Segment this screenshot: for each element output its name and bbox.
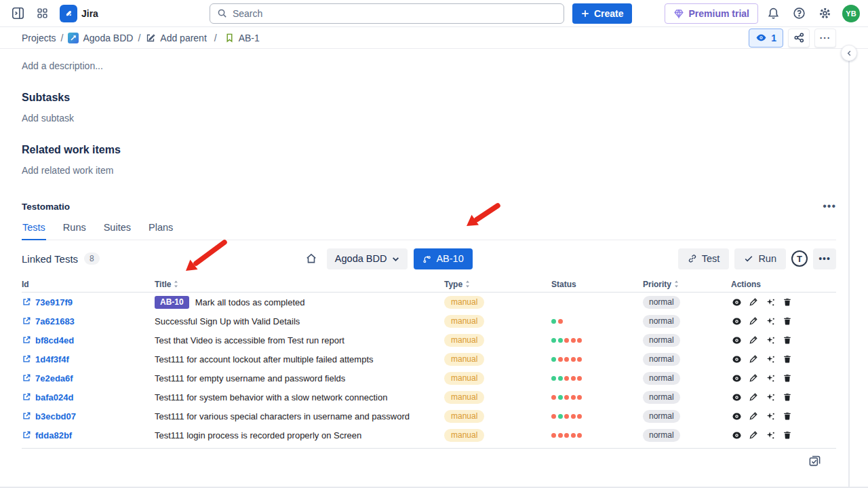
search-box[interactable] [210,3,564,24]
edit-pencil-icon[interactable] [748,354,759,364]
table-row: 73e917f9 AB-10 Mark all todos as complet… [22,293,836,312]
test-id-link[interactable]: 7a621683 [35,316,75,326]
settings-gear-icon[interactable] [814,3,835,24]
delete-trash-icon[interactable] [782,411,793,421]
watchers-button[interactable]: 1 [749,29,783,48]
delete-trash-icon[interactable] [782,354,793,364]
notifications-bell-icon[interactable] [762,3,784,24]
ai-sparkles-icon[interactable] [765,411,776,421]
status-dot-failed [577,338,582,343]
tab-tests[interactable]: Tests [22,222,46,240]
view-eye-icon[interactable] [731,430,742,440]
test-id-link[interactable]: 7e2eda6f [35,373,73,383]
view-eye-icon[interactable] [731,411,742,421]
delete-trash-icon[interactable] [782,335,793,345]
ai-sparkles-icon[interactable] [765,297,776,307]
delete-trash-icon[interactable] [782,316,793,326]
eye-watch-icon [755,32,767,43]
edit-pencil-icon[interactable] [748,392,759,402]
ai-sparkles-icon[interactable] [765,335,776,345]
edit-pencil-icon[interactable] [748,430,759,440]
ai-sparkles-icon[interactable] [765,316,776,326]
subtasks-heading: Subtasks [22,92,836,104]
add-related-item-link[interactable]: Add related work item [22,165,836,176]
delete-trash-icon[interactable] [782,373,793,383]
home-icon[interactable] [305,252,317,265]
multi-select-icon[interactable] [808,454,821,469]
test-id-link[interactable]: b3ecbd07 [35,411,76,421]
type-badge: manual [444,296,484,309]
add-parent-link[interactable]: Add parent [145,33,207,43]
create-button[interactable]: Create [572,3,632,24]
edit-pencil-icon [145,33,156,43]
column-header-type[interactable]: Type [444,280,551,289]
sidebar-toggle-icon[interactable] [7,3,28,24]
share-icon[interactable] [788,29,810,48]
test-id-link[interactable]: bf8cd4ed [35,335,74,345]
sort-icon [173,280,179,288]
issue-key-badge: AB-10 [155,296,189,309]
edit-pencil-icon[interactable] [748,373,759,383]
test-id-link[interactable]: bafa024d [35,392,73,402]
tab-suites[interactable]: Suites [103,222,132,240]
external-link-icon [22,373,31,383]
ai-sparkles-icon[interactable] [765,392,776,402]
test-id-link[interactable]: 73e917f9 [35,297,73,307]
more-actions-icon[interactable]: ··· [814,29,836,48]
delete-trash-icon[interactable] [782,430,793,440]
testomatio-more-icon[interactable]: ••• [823,200,836,212]
gem-icon [673,8,684,19]
edit-pencil-icon[interactable] [748,297,759,307]
priority-badge: normal [643,334,680,347]
tab-plans[interactable]: Plans [148,222,174,240]
user-avatar[interactable]: YB [842,5,860,22]
edit-pencil-icon[interactable] [748,411,759,421]
delete-trash-icon[interactable] [782,297,793,307]
link-test-button[interactable]: Test [678,248,730,269]
breadcrumb-issue-key[interactable]: AB-1 [224,33,260,43]
project-selector-dropdown[interactable]: Agoda BDD [327,248,408,269]
breadcrumb-project[interactable]: Agoda BDD [68,33,133,43]
breadcrumb-projects[interactable]: Projects [22,33,56,43]
premium-trial-button[interactable]: Premium trial [665,3,758,24]
edit-pencil-icon[interactable] [748,335,759,345]
collapse-panel-chevron-icon[interactable] [841,45,857,61]
column-header-title[interactable]: Title [155,280,444,289]
test-title: Test111 for various special characters i… [155,411,410,421]
testomatio-logo-icon[interactable]: T [791,250,808,267]
test-id-link[interactable]: fdda82bf [35,430,72,440]
view-eye-icon[interactable] [731,316,742,326]
search-input[interactable] [233,8,557,19]
view-eye-icon[interactable] [731,297,742,307]
type-badge: manual [444,372,484,385]
status-dot-failed [577,414,582,419]
priority-badge: normal [643,296,680,309]
add-subtask-link[interactable]: Add subtask [22,113,836,124]
view-eye-icon[interactable] [731,373,742,383]
column-header-priority[interactable]: Priority [643,280,731,289]
view-eye-icon[interactable] [731,335,742,345]
app-switcher-icon[interactable] [31,3,53,24]
jira-logo-icon[interactable] [60,5,77,22]
ai-sparkles-icon[interactable] [765,373,776,383]
linked-issue-button[interactable]: AB-10 [414,248,472,269]
ai-sparkles-icon[interactable] [765,430,776,440]
run-button[interactable]: Run [734,248,786,269]
edit-pencil-icon[interactable] [748,316,759,326]
ai-sparkles-icon[interactable] [765,354,776,364]
external-link-icon [22,411,31,421]
column-header-id[interactable]: Id [22,280,155,289]
table-row: fdda82bf Test111 login process is record… [22,426,836,445]
delete-trash-icon[interactable] [782,392,793,402]
table-more-icon[interactable]: ••• [813,248,836,269]
help-icon[interactable] [788,3,810,24]
column-header-status[interactable]: Status [551,280,643,289]
test-id-link[interactable]: 1d4f3f4f [35,354,69,364]
test-title: Successful Sign Up with Valid Details [155,316,300,326]
view-eye-icon[interactable] [731,354,742,364]
tab-runs[interactable]: Runs [62,222,87,240]
view-eye-icon[interactable] [731,392,742,402]
external-link-icon [22,297,31,307]
description-placeholder[interactable]: Add a description... [22,60,836,71]
table-row: bafa024d Test111 for system behavior wit… [22,388,836,407]
